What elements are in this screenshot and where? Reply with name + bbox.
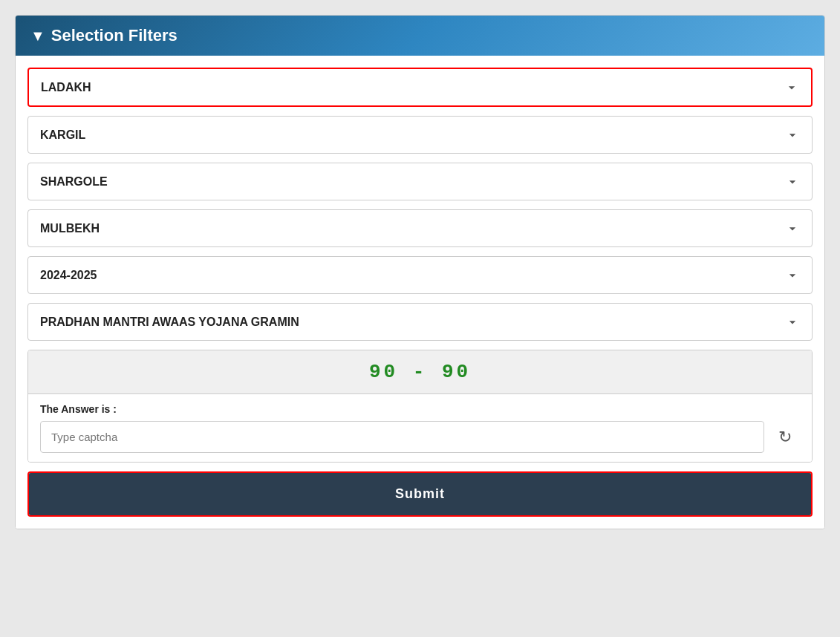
district-dropdown[interactable]: KARGIL (27, 116, 813, 154)
captcha-answer-row: The Answer is : ↻ (28, 394, 812, 462)
block-dropdown[interactable]: SHARGOLE (27, 163, 813, 200)
year-dropdown-wrapper: 2024-2025 (27, 256, 813, 294)
scheme-dropdown-wrapper: PRADHAN MANTRI AWAAS YOJANA GRAMIN (27, 303, 813, 341)
refresh-captcha-button[interactable]: ↻ (770, 422, 800, 452)
state-dropdown-wrapper: LADAKH (27, 68, 813, 107)
header: ▼ Selection Filters (16, 16, 824, 56)
captcha-section: 90 - 90 The Answer is : ↻ (27, 350, 813, 463)
year-dropdown[interactable]: 2024-2025 (27, 256, 813, 294)
scheme-dropdown[interactable]: PRADHAN MANTRI AWAAS YOJANA GRAMIN (27, 303, 813, 341)
panchayat-dropdown[interactable]: MULBEKH (27, 209, 813, 247)
captcha-input-row: ↻ (40, 421, 800, 453)
captcha-input[interactable] (40, 421, 764, 453)
body: LADAKH KARGIL SHARGOLE MULBEKH 2024-2025 (16, 56, 824, 529)
submit-button[interactable]: Submit (29, 473, 811, 515)
state-dropdown[interactable]: LADAKH (29, 69, 811, 105)
refresh-icon: ↻ (778, 428, 792, 447)
main-container: ▼ Selection Filters LADAKH KARGIL SHARGO… (15, 15, 825, 529)
submit-wrapper: Submit (27, 471, 813, 517)
captcha-expression: 90 - 90 (369, 361, 471, 383)
district-dropdown-wrapper: KARGIL (27, 116, 813, 154)
filter-icon: ▼ (30, 27, 45, 45)
header-title: Selection Filters (51, 26, 178, 45)
captcha-display: 90 - 90 (28, 350, 812, 394)
block-dropdown-wrapper: SHARGOLE (27, 163, 813, 200)
captcha-label: The Answer is : (40, 403, 800, 415)
panchayat-dropdown-wrapper: MULBEKH (27, 209, 813, 247)
